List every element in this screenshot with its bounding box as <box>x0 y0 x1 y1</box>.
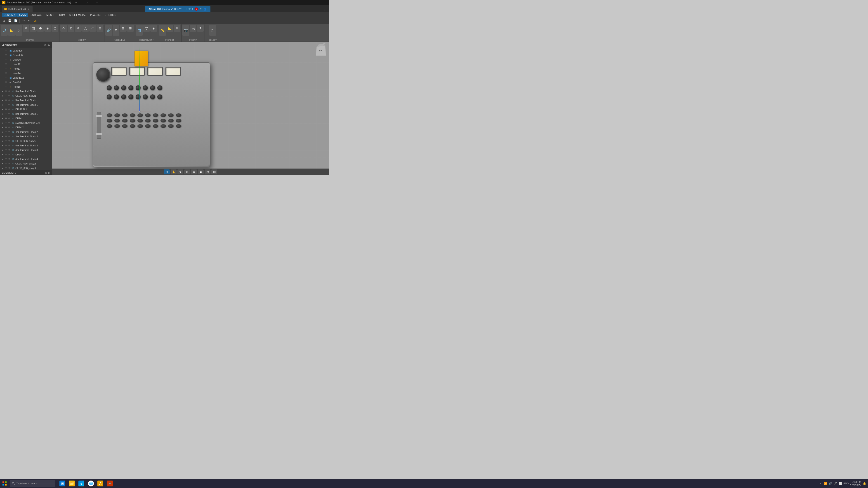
menu-solid[interactable]: SOLID <box>17 13 28 17</box>
item-eye[interactable]: 👁 <box>5 63 8 66</box>
item-eye2[interactable]: 👁 <box>8 108 11 110</box>
item-eye[interactable]: 👁 <box>5 167 8 169</box>
item-eye[interactable]: 👁 <box>5 99 8 102</box>
item-eye2[interactable]: 👁 <box>8 144 11 147</box>
menu-form[interactable]: FORM <box>56 13 67 17</box>
create-btn8[interactable]: ⬠ <box>52 25 58 32</box>
warning-button[interactable]: ⚠ <box>33 18 38 23</box>
item-eye2[interactable]: 👁 <box>8 135 11 138</box>
item-eye[interactable]: 👁 <box>5 162 8 165</box>
close-button[interactable]: ✕ <box>92 0 102 5</box>
viewport-area[interactable]: TOP ⊞ ✋ ↺ ⊕ ◉ ▣ ▤ ▥ <box>52 42 329 175</box>
browser-item-terminal7[interactable]: ▶ 👁 👁 ⬡ 8er Terminal Block:2 <box>0 143 52 148</box>
browser-item-terminal1[interactable]: ▶ 👁 👁 ⬡ 3er Terminal Block:1 <box>0 89 52 94</box>
assemble-btn4[interactable]: ⊞ <box>127 25 134 32</box>
menu-grid-button[interactable]: ⊞ <box>1 18 6 23</box>
menu-sheet-metal[interactable]: SHEET METAL <box>67 13 88 17</box>
browser-item-terminal3[interactable]: ▶ 👁 👁 ⬡ 4er Terminal Block:1 <box>0 103 52 107</box>
insert-btn1[interactable]: 📷 <box>182 25 189 36</box>
create-btn5[interactable]: ◫ <box>30 25 37 32</box>
inspect-btn1[interactable]: 📏 <box>159 25 166 36</box>
assemble-btn2[interactable]: ⚙ <box>113 25 119 36</box>
item-eye[interactable]: 👁 <box>5 86 8 88</box>
insert-btn2[interactable]: 🖼 <box>190 25 196 32</box>
item-eye[interactable]: 👁 <box>5 49 8 52</box>
create-btn6[interactable]: ⬟ <box>37 25 44 32</box>
item-arrow[interactable]: ▶ <box>2 167 4 169</box>
browser-item-terminal8[interactable]: ▶ 👁 👁 ⬡ 4er Terminal Block:3 <box>0 148 52 152</box>
toolbar-btn-view3[interactable]: ▥ <box>211 169 217 174</box>
toolbar-btn-pan[interactable]: ✋ <box>170 169 177 174</box>
browser-item-draft16[interactable]: 👁 ◈ Draft16 <box>0 80 52 85</box>
save-button[interactable]: 💾 <box>7 18 12 23</box>
item-eye[interactable]: 👁 <box>5 67 8 70</box>
create-sketch-btn[interactable]: 📐 <box>8 25 15 36</box>
tab-crius-trx[interactable]: A Crius TRX Control v1.0 v51* 9 of 10 1 … <box>145 6 211 12</box>
item-arrow[interactable]: ▶ <box>2 131 4 133</box>
modify-btn6[interactable]: ▤ <box>96 25 103 32</box>
item-arrow[interactable]: ▶ <box>2 108 4 110</box>
item-eye[interactable]: 👁 <box>5 149 8 151</box>
item-eye[interactable]: 👁 <box>5 54 8 57</box>
item-arrow[interactable]: ▶ <box>2 104 4 106</box>
item-eye[interactable]: 👁 <box>5 103 8 106</box>
browser-item-terminal5[interactable]: ▶ 👁 👁 ⬡ 4er Terminal Block:2 <box>0 130 52 134</box>
new-file-button[interactable]: 📄 <box>13 18 18 23</box>
item-arrow[interactable]: ▶ <box>2 135 4 138</box>
tab-trx-joystick[interactable]: A TRX Joystick v6 ✕ <box>2 6 33 12</box>
modify-btn5[interactable]: ⊂ <box>89 25 96 32</box>
undo-button[interactable]: ↩ <box>21 18 26 23</box>
construct-btn3[interactable]: ◈ <box>150 25 157 32</box>
toolbar-btn-fit[interactable]: ◉ <box>191 169 197 174</box>
item-eye[interactable]: 👁 <box>5 126 8 129</box>
create-new-component-btn[interactable]: ⬡ <box>1 25 8 36</box>
item-eye[interactable]: 👁 <box>5 144 8 147</box>
browser-item-oled4[interactable]: ▶ 👁 👁 ⬡ OLED_096_assy:4 <box>0 166 52 170</box>
item-eye[interactable]: 👁 <box>5 58 8 61</box>
browser-item-extrude6[interactable]: 👁 ▣ Extrude6 <box>0 53 52 57</box>
redo-button[interactable]: ↪ <box>27 18 32 23</box>
item-eye2[interactable]: 👁 <box>8 158 11 160</box>
browser-item-dp24-1[interactable]: ▶ 👁 👁 ⬡ DP24:1 <box>0 116 52 121</box>
item-arrow[interactable]: ▶ <box>2 90 4 92</box>
item-eye[interactable]: 👁 <box>5 122 8 124</box>
item-eye[interactable]: 👁 <box>5 108 8 111</box>
maximize-button[interactable]: □ <box>81 0 92 5</box>
browser-item-hole12[interactable]: 👁 ○ Hole12 <box>0 62 52 66</box>
browser-item-hole13[interactable]: 👁 ○ Hole13 <box>0 66 52 71</box>
browser-expand-icon[interactable]: ▶ <box>48 43 50 47</box>
item-eye[interactable]: 👁 <box>5 94 8 97</box>
construct-btn2[interactable]: ▽ <box>143 25 150 32</box>
inspect-btn3[interactable]: ⊕ <box>174 25 180 32</box>
toolbar-btn-view2[interactable]: ▤ <box>205 169 211 174</box>
browser-item-draft10[interactable]: 👁 ◈ Draft10 <box>0 57 52 62</box>
item-arrow[interactable]: ▶ <box>2 95 4 97</box>
browser-item-dp28-1[interactable]: ▶ 👁 👁 ⬡ DP-28 N:1 <box>0 107 52 111</box>
item-arrow[interactable]: ▶ <box>2 113 4 115</box>
item-arrow[interactable]: ▶ <box>2 122 4 124</box>
item-arrow[interactable]: ▶ <box>2 117 4 120</box>
browser-item-switch[interactable]: ▶ 👁 👁 ⬡ Switch Schematic v2:1 <box>0 121 52 125</box>
browser-collapse-icon[interactable]: ◀ <box>2 44 4 46</box>
modify-btn4[interactable]: △ <box>82 25 89 32</box>
item-eye2[interactable]: 👁 <box>8 99 11 101</box>
item-eye[interactable]: 👁 <box>5 81 8 84</box>
item-eye2[interactable]: 👁 <box>8 162 11 165</box>
tab1-close-button[interactable]: ✕ <box>27 7 30 11</box>
browser-item-hole18[interactable]: 👁 ○ Hole18 <box>0 85 52 89</box>
browser-item-oled2[interactable]: ▶ 👁 👁 ⬡ OLED_096_assy:2 <box>0 139 52 143</box>
item-arrow[interactable]: ▶ <box>2 162 4 165</box>
item-arrow[interactable]: ▶ <box>2 140 4 142</box>
item-arrow[interactable]: ▶ <box>2 144 4 147</box>
browser-item-oled1[interactable]: ▶ 👁 👁 ⬡ OLED_096_assy:1 <box>0 94 52 98</box>
browser-item-terminal2[interactable]: ▶ 👁 👁 ⬡ 5er Terminal Block:1 <box>0 98 52 103</box>
assemble-btn3[interactable]: ⊞ <box>120 25 127 32</box>
item-arrow[interactable]: ▶ <box>2 158 4 160</box>
inspect-btn2[interactable]: 📐 <box>166 25 173 32</box>
menu-utilities[interactable]: UTILITIES <box>103 13 118 17</box>
browser-item-oled3[interactable]: ▶ 👁 👁 ⬡ OLED_096_assy:3 <box>0 161 52 166</box>
create-btn4[interactable]: ✕ <box>23 25 29 32</box>
item-arrow[interactable]: ▶ <box>2 99 4 101</box>
create-btn7[interactable]: ◈ <box>44 25 51 32</box>
item-eye[interactable]: 👁 <box>5 90 8 93</box>
